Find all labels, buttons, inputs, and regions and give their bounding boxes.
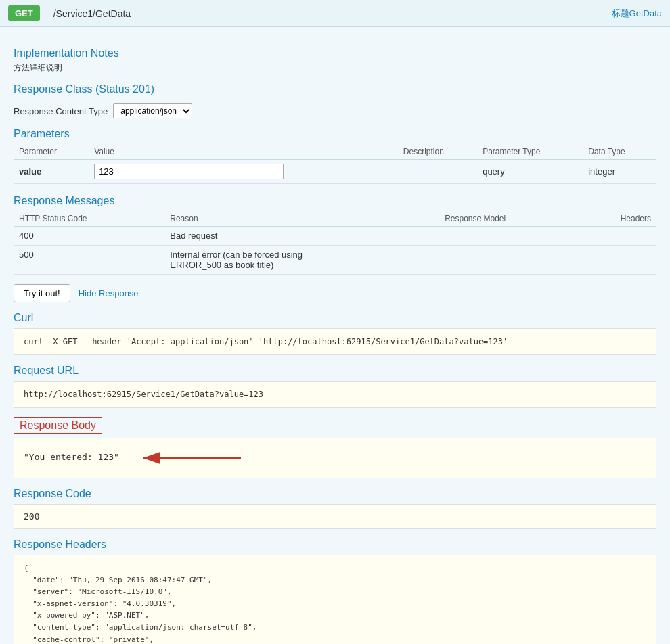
page-wrapper: GET /Service1/GetData 标题GetData Implemen… — [0, 0, 670, 644]
header-path: /Service1/GetData — [53, 8, 131, 19]
msg-model-500 — [439, 246, 577, 275]
parameters-header-row: Parameter Value Description Parameter Ty… — [14, 144, 656, 160]
response-body-content: "You entered: 123" — [14, 438, 656, 478]
parameters-table: Parameter Value Description Parameter Ty… — [14, 144, 656, 184]
arrow-annotation — [136, 444, 244, 472]
header-title-link[interactable]: 标题GetData — [612, 7, 662, 20]
msg-status-400: 400 — [14, 227, 164, 246]
msg-headers-500 — [577, 246, 656, 275]
param-col-parameter: Parameter — [14, 144, 89, 160]
response-code-title: Response Code — [14, 488, 656, 500]
content-type-select[interactable]: application/json — [113, 104, 192, 118]
msg-reason-500: Internal error (can be forced usingERROR… — [164, 246, 439, 275]
try-it-button[interactable]: Try it out! — [14, 284, 70, 302]
request-url-section: Request URL http://localhost:62915/Servi… — [14, 365, 656, 408]
hide-response-link[interactable]: Hide Response — [79, 288, 139, 298]
response-body-value: "You entered: 123" — [24, 452, 119, 462]
table-row: value query integer — [14, 160, 656, 184]
try-it-row: Try it out! Hide Response — [14, 284, 656, 302]
curl-section: Curl curl -X GET --header 'Accept: appli… — [14, 312, 656, 355]
msg-headers-400 — [577, 227, 656, 246]
implementation-notes-title: Implementation Notes — [14, 47, 656, 60]
msg-model-400 — [439, 227, 577, 246]
table-row: 500 Internal error (can be forced usingE… — [14, 246, 656, 275]
response-code-value: 200 — [14, 504, 656, 529]
parameters-title: Parameters — [14, 128, 656, 140]
request-url-title: Request URL — [14, 365, 656, 377]
implementation-notes-section: Implementation Notes 方法详细说明 — [14, 47, 656, 74]
arrow-icon — [136, 444, 244, 472]
msg-col-model: Response Model — [439, 211, 577, 227]
curl-title: Curl — [14, 312, 656, 324]
messages-header-row: HTTP Status Code Reason Response Model H… — [14, 211, 656, 227]
param-col-datatype: Data Type — [583, 144, 656, 160]
param-value-input[interactable] — [94, 164, 284, 179]
param-type: query — [477, 160, 583, 184]
param-col-value: Value — [89, 144, 398, 160]
param-col-description: Description — [398, 144, 477, 160]
param-col-type: Parameter Type — [477, 144, 583, 160]
msg-col-status: HTTP Status Code — [14, 211, 164, 227]
param-name: value — [14, 160, 89, 184]
main-content: Implementation Notes 方法详细说明 Response Cla… — [0, 27, 670, 644]
msg-status-500: 500 — [14, 246, 164, 275]
response-body-section: Response Body "You entered: 123" — [14, 417, 656, 478]
msg-col-reason: Reason — [164, 211, 439, 227]
header-bar: GET /Service1/GetData 标题GetData — [0, 0, 670, 27]
content-type-row: Response Content Type application/json — [14, 104, 656, 118]
response-class-section: Response Class (Status 201) Response Con… — [14, 83, 656, 118]
table-row: 400 Bad request — [14, 227, 656, 246]
param-datatype: integer — [583, 160, 656, 184]
msg-reason-400: Bad request — [164, 227, 439, 246]
param-value-cell — [89, 160, 398, 184]
response-messages-section: Response Messages HTTP Status Code Reaso… — [14, 195, 656, 275]
response-code-section: Response Code 200 — [14, 488, 656, 529]
response-headers-section: Response Headers { "date": "Thu, 29 Sep … — [14, 538, 656, 644]
response-body-title: Response Body — [14, 417, 102, 434]
response-headers-value: { "date": "Thu, 29 Sep 2016 08:47:47 GMT… — [14, 555, 656, 644]
request-url-value: http://localhost:62915/Service1/GetData?… — [14, 381, 656, 408]
implementation-notes-subtitle: 方法详细说明 — [14, 62, 656, 74]
response-class-title: Response Class (Status 201) — [14, 83, 656, 95]
get-badge: GET — [8, 5, 40, 21]
param-description — [398, 160, 477, 184]
response-messages-title: Response Messages — [14, 195, 656, 207]
parameters-section: Parameters Parameter Value Description P… — [14, 128, 656, 184]
curl-value: curl -X GET --header 'Accept: applicatio… — [14, 328, 656, 355]
response-messages-table: HTTP Status Code Reason Response Model H… — [14, 211, 656, 275]
content-type-label: Response Content Type — [14, 106, 108, 116]
response-headers-title: Response Headers — [14, 538, 656, 551]
msg-col-headers: Headers — [577, 211, 656, 227]
